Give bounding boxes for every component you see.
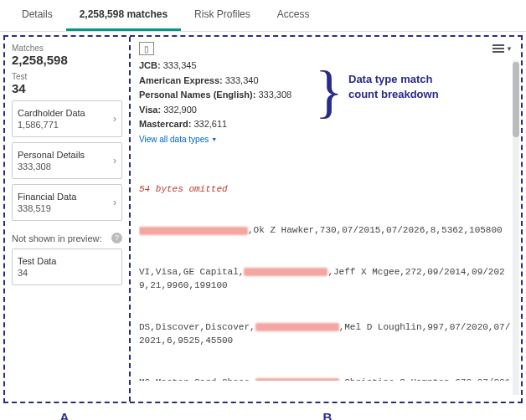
preview-line: VI,Visa,GE Capital,,Jeff X Mcgee,272,09/… xyxy=(139,265,513,293)
omitted-notice: 54 bytes omitted xyxy=(139,182,513,197)
card-value: 333,308 xyxy=(18,161,85,172)
main-panel: Matches 2,258,598 Test 34 Cardholder Dat… xyxy=(3,35,523,403)
redacted-block xyxy=(255,323,339,331)
card-cardholder-data[interactable]: Cardholder Data 1,586,771 › xyxy=(12,100,122,137)
tab-access[interactable]: Access xyxy=(264,0,323,31)
caret-down-icon: ▼ xyxy=(211,136,217,142)
chevron-right-icon: › xyxy=(113,155,116,166)
view-all-link[interactable]: View all data types▼ xyxy=(139,135,217,144)
preview-line: ,Ok Z Hawker,730,07/2015,07/2026,8,5362,… xyxy=(139,223,513,238)
redacted-block xyxy=(244,268,327,276)
card-title: Personal Details xyxy=(18,150,85,160)
scrollbar[interactable] xyxy=(513,60,519,395)
card-financial-data[interactable]: Financial Data 338,519 › xyxy=(12,184,122,221)
card-value: 34 xyxy=(18,268,56,278)
card-test-data[interactable]: Test Data 34 xyxy=(12,248,122,285)
test-label: Test xyxy=(12,72,122,81)
footer-labels: A B xyxy=(0,407,526,420)
test-value: 34 xyxy=(12,81,122,95)
chevron-right-icon: › xyxy=(113,113,116,125)
tab-bar: Details 2,258,598 matches Risk Profiles … xyxy=(0,0,526,32)
brace-icon: } xyxy=(315,59,343,125)
card-title: Test Data xyxy=(18,256,56,266)
card-value: 1,586,771 xyxy=(18,120,85,130)
tab-risk-profiles[interactable]: Risk Profiles xyxy=(181,0,264,31)
help-icon[interactable]: ? xyxy=(111,233,122,243)
card-value: 338,519 xyxy=(18,203,76,213)
label-a: A xyxy=(0,410,129,420)
label-b: B xyxy=(129,410,526,420)
chevron-right-icon: › xyxy=(113,197,116,208)
card-title: Cardholder Data xyxy=(18,108,85,118)
redacted-block xyxy=(255,378,339,381)
card-personal-details[interactable]: Personal Details 333,308 › xyxy=(12,142,122,179)
redacted-block xyxy=(139,227,248,235)
caret-down-icon: ▼ xyxy=(506,45,513,53)
panel-toggle-icon[interactable]: ▯ xyxy=(139,42,154,55)
matches-value: 2,258,598 xyxy=(12,53,122,67)
tab-details[interactable]: Details xyxy=(8,0,66,31)
content-header: ▯ ▼ xyxy=(139,42,513,55)
not-shown-label: Not shown in preview: ? xyxy=(12,233,122,243)
breakdown-section: JCB: 333,345 American Express: 333,340 P… xyxy=(139,59,513,145)
hamburger-icon xyxy=(492,44,504,53)
tab-matches[interactable]: 2,258,598 matches xyxy=(66,0,181,31)
sidebar: Matches 2,258,598 Test 34 Cardholder Dat… xyxy=(5,37,131,402)
content-panel: ▯ ▼ JCB: 333,345 American Express: 333,3… xyxy=(131,37,521,402)
data-preview: 54 bytes omitted ,Ok Z Hawker,730,07/201… xyxy=(139,155,513,381)
annotation-text: Data type match count breakdown xyxy=(348,72,439,102)
preview-line: MC,Master Card,Chase,,Christine S Hampto… xyxy=(139,376,513,381)
options-menu-button[interactable]: ▼ xyxy=(492,44,513,53)
scrollbar-thumb[interactable] xyxy=(513,62,519,137)
card-title: Financial Data xyxy=(18,192,76,202)
preview-line: DS,Discover,Discover,,Mel D Loughlin,997… xyxy=(139,320,513,348)
matches-label: Matches xyxy=(12,44,122,53)
